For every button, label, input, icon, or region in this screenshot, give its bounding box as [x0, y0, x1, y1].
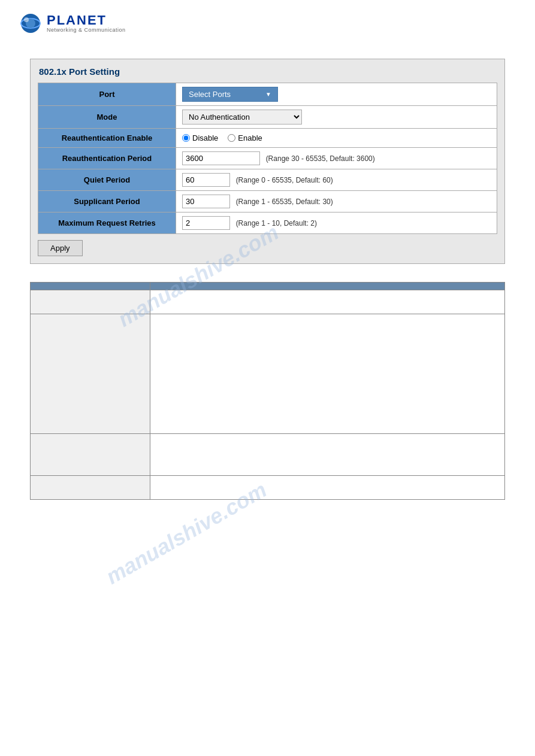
bottom-table-row2-col1	[31, 314, 150, 434]
bottom-table-row1-col1	[31, 290, 150, 314]
reauth-enable-value-cell: Disable Enable	[176, 129, 497, 148]
supplicant-period-input[interactable]	[182, 195, 230, 208]
reauth-period-hint: (Range 30 - 65535, Default: 3600)	[266, 154, 375, 163]
logo-planet-text: PLANET	[47, 14, 126, 27]
bottom-table-row-3	[31, 434, 505, 476]
bottom-table-header-row	[31, 283, 505, 290]
port-row: Port Select Ports ▼	[38, 83, 497, 106]
bottom-table-row4-col2	[150, 476, 505, 500]
port-setting-title: 802.1x Port Setting	[38, 66, 497, 77]
reauth-period-value-cell: (Range 30 - 65535, Default: 3600)	[176, 148, 497, 169]
bottom-table-row-1	[31, 290, 505, 314]
select-ports-text: Select Ports	[189, 90, 231, 99]
mode-label: Mode	[38, 106, 176, 129]
logo-area: PLANET Networking & Communication	[18, 11, 517, 36]
quiet-period-value-cell: (Range 0 - 65535, Default: 60)	[176, 169, 497, 191]
reauth-enable-row: Reauthentication Enable Disable Enable	[38, 129, 497, 148]
reauth-period-row: Reauthentication Period (Range 30 - 6553…	[38, 148, 497, 169]
port-value-cell: Select Ports ▼	[176, 83, 497, 106]
bottom-table-row4-col1	[31, 476, 150, 500]
apply-button[interactable]: Apply	[38, 240, 83, 256]
settings-table: Port Select Ports ▼ Mode No Authenticati…	[38, 83, 497, 234]
quiet-period-row: Quiet Period (Range 0 - 65535, Default: …	[38, 169, 497, 191]
mode-row: Mode No Authentication 802.1x	[38, 106, 497, 129]
reauth-enable-label: Reauthentication Enable	[38, 129, 176, 148]
quiet-period-hint: (Range 0 - 65535, Default: 60)	[236, 176, 333, 184]
bottom-table-row1-col2	[150, 290, 505, 314]
bottom-table-section	[30, 282, 505, 500]
port-setting-box: 802.1x Port Setting Port Select Ports ▼ …	[30, 59, 505, 264]
logo-text-block: PLANET Networking & Communication	[47, 14, 126, 33]
bottom-table-row2-col2	[150, 314, 505, 434]
reauth-enable-text: Enable	[238, 133, 262, 142]
supplicant-period-row: Supplicant Period (Range 1 - 65535, Defa…	[38, 191, 497, 212]
chevron-down-icon: ▼	[265, 91, 271, 98]
max-retries-row: Maximum Request Retries (Range 1 - 10, D…	[38, 212, 497, 234]
supplicant-period-hint: (Range 1 - 65535, Default: 30)	[236, 198, 333, 206]
logo-subtitle-text: Networking & Communication	[47, 27, 126, 33]
svg-point-3	[24, 17, 29, 22]
mode-select[interactable]: No Authentication 802.1x	[182, 110, 302, 125]
max-retries-hint: (Range 1 - 10, Default: 2)	[236, 219, 317, 227]
header: PLANET Networking & Communication	[0, 0, 535, 47]
main-content: 802.1x Port Setting Port Select Ports ▼ …	[0, 47, 535, 512]
reauth-enable-radio-label[interactable]: Enable	[228, 133, 262, 142]
reauth-disable-text: Disable	[192, 133, 218, 142]
max-retries-label: Maximum Request Retries	[38, 212, 176, 234]
bottom-table-header-col1	[31, 283, 150, 290]
max-retries-value-cell: (Range 1 - 10, Default: 2)	[176, 212, 497, 234]
reauth-period-label: Reauthentication Period	[38, 148, 176, 169]
reauth-period-input[interactable]	[182, 151, 260, 165]
max-retries-input[interactable]	[182, 216, 230, 230]
quiet-period-input[interactable]	[182, 173, 230, 187]
supplicant-period-value-cell: (Range 1 - 65535, Default: 30)	[176, 191, 497, 212]
supplicant-period-label: Supplicant Period	[38, 191, 176, 212]
bottom-table	[30, 282, 505, 500]
bottom-table-row-4	[31, 476, 505, 500]
mode-value-cell: No Authentication 802.1x	[176, 106, 497, 129]
quiet-period-label: Quiet Period	[38, 169, 176, 191]
bottom-table-header-col2	[150, 283, 505, 290]
reauth-disable-radio-label[interactable]: Disable	[182, 133, 218, 142]
reauth-radio-group: Disable Enable	[182, 133, 491, 142]
port-label: Port	[38, 83, 176, 106]
planet-logo-icon	[18, 11, 43, 36]
bottom-table-row-2	[31, 314, 505, 434]
bottom-table-row3-col1	[31, 434, 150, 476]
reauth-enable-radio[interactable]	[228, 134, 235, 142]
select-ports-button[interactable]: Select Ports ▼	[182, 87, 278, 102]
reauth-disable-radio[interactable]	[182, 134, 190, 142]
bottom-table-row3-col2	[150, 434, 505, 476]
